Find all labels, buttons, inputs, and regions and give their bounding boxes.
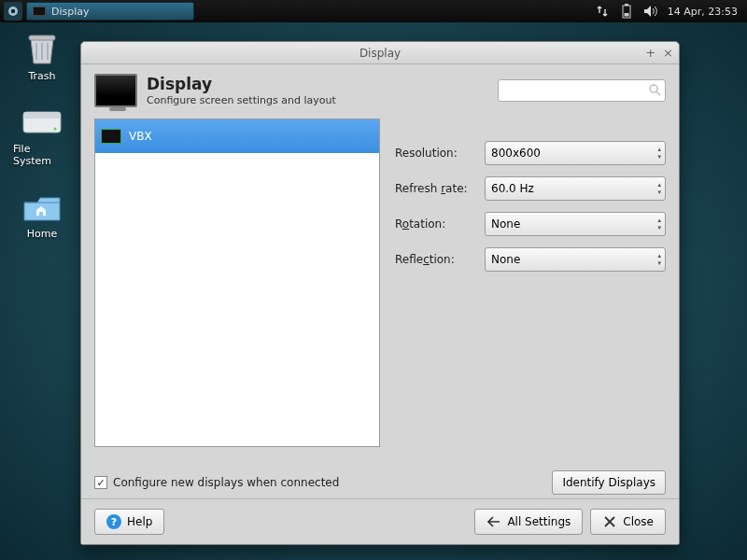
search-input[interactable] — [498, 79, 666, 102]
rotation-label: Rotation: — [395, 217, 477, 231]
configure-new-displays-checkbox[interactable]: ✓ Configure new displays when connected — [94, 476, 339, 489]
titlebar[interactable]: Display + × — [81, 42, 679, 64]
arrow-left-icon — [486, 514, 501, 529]
search-icon — [648, 82, 661, 100]
rotation-select[interactable]: None ▴▾ — [485, 212, 666, 236]
svg-rect-4 — [624, 13, 628, 17]
desktop-icon-trash[interactable]: Trash — [13, 32, 71, 82]
refresh-rate-label: Refresh rate: — [395, 182, 477, 195]
help-button[interactable]: ? Help — [94, 509, 164, 535]
page-subtitle: Configure screen settings and layout — [147, 94, 336, 106]
all-settings-button[interactable]: All Settings — [474, 509, 583, 535]
desktop-icons: Trash File System Home — [13, 32, 71, 240]
desktop-icon-label: File System — [13, 143, 71, 167]
display-settings-window: Display + × Display Configure screen set… — [80, 41, 680, 545]
resolution-select[interactable]: 747x560 ▴▾ — [485, 141, 666, 165]
clock[interactable]: 14 Apr, 23:53 — [668, 6, 738, 18]
close-button[interactable]: Close — [590, 509, 666, 535]
close-label: Close — [623, 515, 654, 528]
volume-icon[interactable] — [643, 4, 658, 19]
reflection-select[interactable]: None ▴▾ — [485, 247, 666, 272]
help-label: Help — [127, 515, 152, 528]
close-icon[interactable]: × — [663, 46, 673, 60]
svg-point-1 — [11, 9, 15, 13]
svg-rect-5 — [29, 35, 55, 40]
spinner-icon: ▴▾ — [657, 217, 661, 231]
header: Display Configure screen settings and la… — [81, 64, 679, 115]
footer: ? Help All Settings Close — [81, 498, 679, 544]
display-list-item[interactable]: VBX — [95, 119, 379, 153]
resolution-value: 747x560 — [491, 147, 541, 160]
monitor-icon — [33, 7, 46, 16]
desktop-icon-label: Home — [27, 228, 57, 240]
spinner-icon: ▴▾ — [657, 146, 661, 161]
refresh-rate-select[interactable]: 60.0 Hz ▴▾ — [485, 176, 666, 201]
checkbox-label: Configure new displays when connected — [113, 476, 339, 489]
reflection-value: None — [491, 253, 520, 266]
display-icon — [94, 74, 137, 107]
window-title: Display — [359, 47, 401, 60]
taskbar-item-label: Display — [51, 6, 90, 18]
spinner-icon: ▴▾ — [657, 252, 661, 267]
checkbox-icon: ✓ — [94, 476, 107, 489]
svg-point-8 — [54, 128, 57, 131]
maximize-icon[interactable]: + — [645, 46, 655, 60]
network-icon[interactable] — [595, 4, 610, 19]
desktop-icon-label: Trash — [28, 70, 55, 82]
display-list[interactable]: VBX — [94, 119, 380, 447]
top-panel: Display 14 Apr, 23:53 — [0, 0, 747, 22]
settings-column: Resolution: 747x560 ▴▾ Refresh rate: 60.… — [395, 119, 666, 457]
spinner-icon: ▴▾ — [657, 181, 661, 196]
resolution-label: Resolution: — [395, 147, 477, 160]
desktop-icon-filesystem[interactable]: File System — [13, 105, 71, 167]
svg-point-9 — [650, 85, 657, 92]
monitor-icon — [101, 129, 121, 144]
reflection-label: Reflection: — [395, 253, 477, 266]
svg-rect-7 — [23, 112, 61, 119]
rotation-value: None — [491, 217, 520, 231]
identify-displays-button[interactable]: Identify Displays — [552, 470, 666, 495]
whisker-menu-icon[interactable] — [4, 2, 22, 21]
display-name: VBX — [129, 130, 152, 143]
taskbar-item-display[interactable]: Display — [26, 2, 194, 21]
page-title: Display — [147, 75, 336, 93]
all-settings-label: All Settings — [507, 515, 571, 528]
close-icon — [602, 514, 617, 529]
refresh-rate-value: 60.0 Hz — [491, 182, 534, 195]
help-icon: ? — [106, 514, 121, 529]
battery-icon[interactable] — [619, 4, 634, 19]
desktop-icon-home[interactable]: Home — [13, 189, 71, 240]
svg-rect-3 — [625, 4, 628, 6]
